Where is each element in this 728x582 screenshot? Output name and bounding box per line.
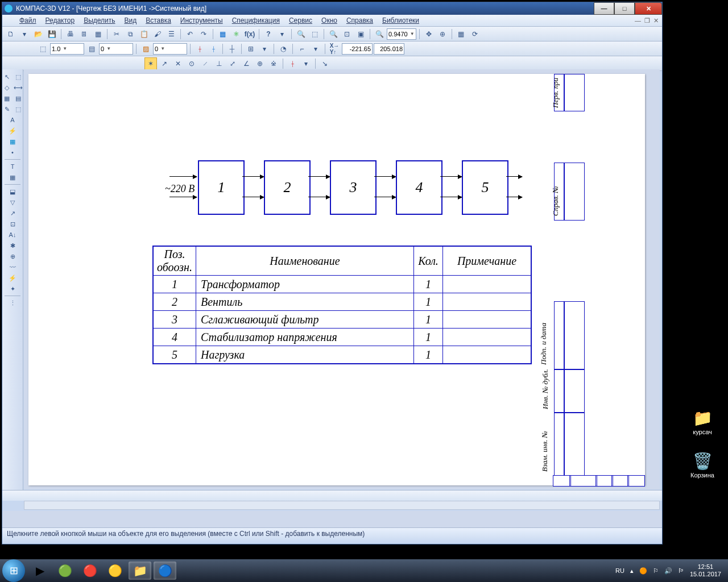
task-yandex[interactable]: 🟡 (104, 562, 126, 580)
tl-tbl[interactable]: ▤ (13, 93, 23, 103)
zoom-in-icon[interactable]: 🔍 (295, 28, 307, 40)
tl-cen2[interactable]: ✦ (7, 284, 18, 294)
menu-insert[interactable]: Вставка (146, 16, 171, 24)
tl-rough[interactable]: ▽ (7, 197, 18, 207)
tl-s1[interactable]: • (7, 147, 18, 157)
menu-window[interactable]: Окно (321, 16, 337, 24)
taskbar[interactable]: ⊞ ▶ 🟢 🔴 🟡 📁 🔵 RU ▴ 🟠 ⚐ 🔊 🏳 12:51 15.01.2… (0, 559, 728, 582)
snap-mid-icon[interactable]: ↗ (158, 57, 171, 70)
snap-cfg-icon[interactable]: ↘ (318, 57, 331, 70)
tl-param[interactable]: ⬚ (13, 104, 23, 114)
zoom-all-icon[interactable]: ▣ (354, 28, 367, 40)
snap-tog-icon[interactable]: ⟊ (286, 57, 299, 70)
mdi-min[interactable]: ― (635, 17, 641, 24)
snap2-icon[interactable]: ⟊ (207, 43, 220, 55)
desktop-recycle-bin[interactable]: 🗑️ Корзина (687, 451, 718, 479)
tl-mark[interactable]: A↓ (7, 230, 18, 240)
dd3[interactable]: ▾ (258, 43, 271, 55)
menu-tools[interactable]: Инструменты (180, 16, 223, 24)
maximize-button[interactable]: □ (614, 2, 635, 15)
tl-dim[interactable]: ⟷ (13, 82, 23, 93)
task-kompas[interactable]: 🔵 (154, 562, 176, 580)
props-icon[interactable]: ☰ (165, 28, 177, 40)
snap-near-icon[interactable]: ⤢ (226, 57, 239, 70)
dd2-icon[interactable]: ▾ (276, 28, 288, 40)
tray-sound-icon[interactable]: 🔊 (664, 567, 672, 575)
minimize-button[interactable]: ― (594, 2, 614, 15)
tl-sel2[interactable]: ⬚ (13, 72, 23, 82)
canvas[interactable]: ~220 В Поз. обоозн. Наименование Кол. Пр… (24, 69, 660, 489)
task-explorer[interactable]: 📁 (129, 562, 151, 580)
fx-icon[interactable]: f(x) (243, 28, 256, 40)
layer-combo[interactable]: 0▼ (99, 43, 133, 55)
pan-icon[interactable]: ✥ (423, 28, 435, 40)
tl-wave[interactable]: 〰 (7, 262, 18, 272)
props-bar[interactable] (24, 501, 660, 510)
menu-spec[interactable]: Спецификация (232, 16, 280, 24)
tray-lang[interactable]: RU (615, 567, 624, 574)
snap-perp-icon[interactable]: ⊥ (213, 57, 225, 70)
snap-cen-icon[interactable]: ⊙ (185, 57, 198, 70)
tray-up-icon[interactable]: ▴ (630, 567, 634, 575)
snap-end-icon[interactable]: ✶ (144, 57, 157, 70)
tl-tol[interactable]: ⊡ (7, 219, 18, 229)
format-icon[interactable]: 🖌 (151, 28, 164, 40)
tray-net-icon[interactable]: 🟠 (639, 567, 647, 575)
style-combo[interactable]: 0▼ (153, 43, 187, 55)
mdi-restore[interactable]: ❐ (644, 17, 650, 24)
xy-icon[interactable]: X→Y↑ (328, 43, 341, 55)
menu-libs[interactable]: Библиотеки (382, 16, 419, 24)
hatch-icon[interactable]: ▨ (139, 43, 152, 55)
zoom-dyn-icon[interactable]: 🔍 (373, 28, 386, 40)
tl-cline[interactable]: ⊕ (7, 251, 18, 261)
menu-file[interactable]: Файл (19, 16, 36, 24)
tl-tbl2[interactable]: ▦ (7, 172, 18, 182)
undo-icon[interactable]: ↶ (184, 28, 196, 40)
tl-txt[interactable]: T (7, 161, 18, 172)
spec-icon[interactable]: ▦ (92, 28, 104, 40)
snapgrid-icon[interactable]: ⊞ (245, 43, 257, 55)
cut-icon[interactable]: ✂ (110, 28, 123, 40)
save-icon[interactable]: 💾 (46, 28, 58, 40)
tray-flag-icon[interactable]: 🏳 (678, 567, 684, 574)
tl-meas[interactable]: ⚡ (7, 126, 18, 136)
mdi-close[interactable]: ✕ (653, 17, 659, 24)
layer-icon[interactable]: ▤ (85, 43, 98, 55)
coord-y[interactable]: 205.018 (374, 43, 404, 55)
snap-ang-icon[interactable]: ∠ (240, 57, 253, 70)
tl-more[interactable]: ⋮ (7, 298, 18, 308)
tl-axis[interactable]: ⚡ (7, 273, 18, 283)
task-opera[interactable]: 🔴 (78, 562, 101, 580)
menu-view[interactable]: Вид (125, 16, 137, 24)
snap-grid2-icon[interactable]: ※ (267, 57, 280, 70)
zoom-combo[interactable]: 0.9470▼ (387, 28, 416, 40)
dd5[interactable]: ▾ (300, 57, 312, 70)
tl-geom[interactable]: ◇ (2, 82, 12, 93)
copy-icon[interactable]: ⧉ (124, 28, 136, 40)
ortho-icon[interactable]: ┼ (226, 43, 238, 55)
titlebar[interactable]: КОМПАС-3D V12 - [Чертеж БЕЗ ИМЕНИ1 ->Сис… (2, 2, 662, 15)
start-button[interactable]: ⊞ (2, 559, 25, 582)
vars-icon[interactable]: ⚛ (230, 28, 242, 40)
refresh-icon[interactable]: ▦ (455, 28, 468, 40)
coord-x[interactable]: -221.65 (342, 43, 373, 55)
help-icon[interactable]: ? (262, 28, 275, 40)
paste-icon[interactable]: 📋 (138, 28, 150, 40)
snap-int-icon[interactable]: ✕ (172, 57, 184, 70)
cur-state-icon[interactable]: ⬚ (36, 43, 49, 55)
grid-icon[interactable]: ▦ (216, 28, 229, 40)
redo-icon[interactable]: ↷ (197, 28, 210, 40)
tl-grid[interactable]: ▦ (2, 93, 12, 103)
snap-tan-icon[interactable]: ⟋ (199, 57, 212, 70)
scroll-h[interactable] (2, 490, 662, 501)
preview-icon[interactable]: 🗏 (78, 28, 90, 40)
scale-combo[interactable]: 1.0▼ (50, 43, 84, 55)
task-wmp[interactable]: ▶ (28, 562, 51, 580)
menu-edit[interactable]: Редактор (46, 16, 75, 24)
zoom-win-icon[interactable]: ⬚ (308, 28, 321, 40)
task-chrome[interactable]: 🟢 (53, 562, 76, 580)
close-button[interactable]: ✕ (635, 2, 662, 15)
system-tray[interactable]: RU ▴ 🟠 ⚐ 🔊 🏳 12:51 15.01.2017 (615, 563, 723, 578)
tl-sel[interactable]: ↖ (2, 72, 12, 82)
tl-weld[interactable]: ✱ (7, 240, 18, 251)
